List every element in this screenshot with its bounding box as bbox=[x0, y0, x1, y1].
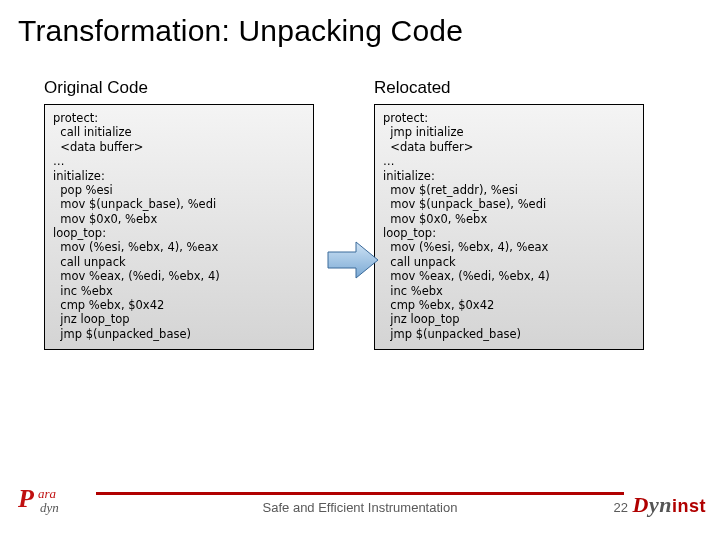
arrow-right-icon bbox=[326, 240, 380, 280]
relocated-code-box: protect: jmp initialize <data buffer> … … bbox=[374, 104, 644, 350]
logo-p-icon: P bbox=[18, 484, 34, 513]
logo-d-text: D bbox=[633, 492, 649, 517]
logo-dyn-text: dyn bbox=[40, 500, 59, 516]
footer: Safe and Efficient Instrumentation 22 bbox=[0, 474, 720, 520]
logo-inst-text: inst bbox=[672, 496, 706, 516]
footer-caption: Safe and Efficient Instrumentation bbox=[0, 500, 720, 515]
slide: Transformation: Unpacking Code Original … bbox=[0, 0, 720, 540]
footer-divider bbox=[96, 492, 624, 495]
original-code-box: protect: call initialize <data buffer> …… bbox=[44, 104, 314, 350]
content-columns: Original Code protect: call initialize <… bbox=[0, 48, 720, 350]
right-column: Relocated protect: jmp initialize <data … bbox=[374, 78, 644, 350]
paradyn-logo: P ara dyn bbox=[18, 484, 86, 520]
svg-marker-0 bbox=[328, 242, 378, 278]
slide-title: Transformation: Unpacking Code bbox=[0, 0, 720, 48]
right-heading: Relocated bbox=[374, 78, 644, 98]
page-number: 22 bbox=[614, 500, 628, 515]
logo-yn-text: yn bbox=[649, 492, 672, 517]
dyninst-logo: Dyninst bbox=[633, 492, 706, 518]
left-heading: Original Code bbox=[44, 78, 314, 98]
left-column: Original Code protect: call initialize <… bbox=[44, 78, 314, 350]
